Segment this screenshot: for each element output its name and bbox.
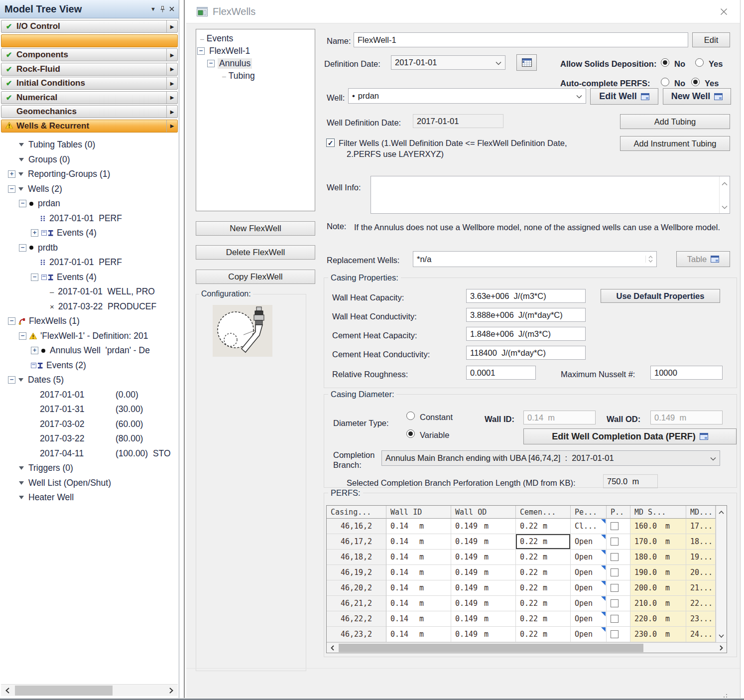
table-row[interactable]: 46,23,20.14m0.149m0.22mOpen230.0m24...: [327, 627, 727, 642]
flexwell-tree-item-tubing[interactable]: –Tubing: [196, 70, 315, 82]
scroll-left-icon[interactable]: [1, 685, 14, 697]
tree-item-triggers-0[interactable]: Triggers (0): [2, 461, 178, 476]
perfs-cell-casing[interactable]: 46,20,2: [327, 580, 386, 596]
cement-heat-capacity-input[interactable]: 1.848e+006 J/(m3*C): [466, 327, 586, 341]
tree-item-well-list-open-shut[interactable]: Well List (Open/Shut): [2, 476, 178, 491]
edit-well-completion-data-button[interactable]: Edit Well Completion Data (PERF): [523, 428, 737, 444]
tree-item-tubing-tables-0[interactable]: Tubing Tables (0): [2, 138, 178, 152]
perfs-cell-md-end[interactable]: 20...: [686, 565, 716, 580]
filter-wells-checkbox[interactable]: ✓: [326, 139, 335, 147]
perfs-cell-check[interactable]: [607, 534, 630, 550]
perfs-cell-md-start[interactable]: 220.0m: [630, 611, 686, 627]
table-button[interactable]: Table: [676, 251, 730, 267]
section-expand-arrow-icon[interactable]: ▶: [166, 63, 177, 75]
perfs-cell-md-end[interactable]: 18...: [686, 534, 716, 550]
perfs-column-header[interactable]: MD...: [686, 506, 716, 519]
flexwell-tree-item-events[interactable]: –Events: [196, 32, 315, 45]
checkbox-icon[interactable]: [611, 599, 619, 607]
name-input[interactable]: FlexWell-1: [354, 32, 688, 47]
expander-minus-icon[interactable]: −: [19, 332, 26, 340]
perfs-column-header[interactable]: Casing...: [327, 506, 386, 519]
completion-branch-select[interactable]: Annulus Main Branch ending with UBA [46,…: [381, 450, 720, 466]
scroll-right-icon[interactable]: [716, 643, 727, 653]
expander-minus-icon[interactable]: −: [197, 47, 205, 55]
spinner-icon[interactable]: [645, 256, 653, 263]
checkbox-icon[interactable]: [611, 553, 619, 561]
perfs-column-header[interactable]: Wall OD: [451, 506, 516, 519]
add-tubing-button[interactable]: Add Tubing: [620, 114, 730, 129]
add-instrument-tubing-button[interactable]: Add Instrument Tubing: [620, 136, 730, 151]
tree-item-2017-01-31[interactable]: 2017-01-31(30.00): [2, 402, 178, 417]
table-row[interactable]: 46,16,20.14m0.149m0.22mCl...160.0m17...: [327, 519, 727, 534]
copy-flexwell-button[interactable]: Copy FlexWell: [196, 270, 315, 284]
sidebar-section-numerical[interactable]: ✔Numerical▶: [1, 91, 178, 104]
use-default-properties-button[interactable]: Use Default Properties: [601, 289, 720, 303]
perfs-cell-perf-status[interactable]: Open: [571, 611, 607, 627]
perfs-cell-wall-id[interactable]: 0.14m: [386, 534, 451, 550]
tree-item-2017-01-01-perf[interactable]: 2017-01-01 PERF: [2, 211, 178, 226]
sidebar-section-i-o-control[interactable]: ✔I/O Control▶: [1, 20, 178, 33]
chevron-down-icon[interactable]: ▼: [150, 6, 156, 12]
tree-item-events-2[interactable]: Events (2): [2, 358, 178, 373]
table-row[interactable]: 46,19,20.14m0.149m0.22mOpen190.0m20...: [327, 565, 727, 580]
expander-minus-icon[interactable]: −: [19, 200, 26, 207]
perfs-cell-wall-od[interactable]: 0.149m: [451, 596, 516, 611]
perfs-cell-md-end[interactable]: 21...: [686, 580, 716, 596]
wall-heat-capacity-input[interactable]: 3.63e+006 J/(m3*C): [466, 289, 586, 303]
perfs-cell-check[interactable]: [607, 580, 630, 596]
checkbox-icon[interactable]: [611, 630, 619, 638]
perfs-cell-wall-od[interactable]: 0.149m: [451, 627, 516, 642]
perfs-cell-perf-status[interactable]: Open: [571, 565, 607, 580]
tree-item-2017-01-01[interactable]: 2017-01-01(0.00): [2, 388, 178, 403]
perfs-cell-check[interactable]: [607, 627, 630, 642]
table-row[interactable]: 46,22,20.14m0.149m0.22mOpen220.0m23...: [327, 611, 727, 627]
tree-item-wells-2[interactable]: −Wells (2): [2, 182, 178, 197]
tree-item-dates-5[interactable]: −Dates (5): [2, 373, 178, 388]
expander-plus-icon[interactable]: +: [8, 170, 15, 178]
perfs-cell-casing[interactable]: 46,18,2: [327, 550, 386, 565]
tree-item-heater-well[interactable]: Heater Well: [2, 490, 178, 505]
table-row[interactable]: 46,20,20.14m0.149m0.22mOpen200.0m21...: [327, 580, 727, 596]
cement-heat-conductivity-input[interactable]: 118400 J/(m*day*C): [466, 346, 586, 360]
sidebar-section-empty[interactable]: [1, 34, 178, 47]
perfs-cell-cement[interactable]: 0.22m: [516, 596, 571, 611]
expander-minus-icon[interactable]: −: [8, 376, 15, 384]
checkbox-icon[interactable]: [611, 615, 619, 623]
perfs-cell-cement[interactable]: 0.22m: [516, 565, 571, 580]
relative-roughness-input[interactable]: 0.0001: [466, 366, 536, 380]
diameter-constant-radio[interactable]: [406, 412, 415, 420]
scroll-down-icon[interactable]: [722, 202, 728, 211]
perfs-cell-wall-id[interactable]: 0.14m: [386, 519, 451, 534]
edit-button[interactable]: Edit: [692, 32, 730, 47]
perfs-vertical-scrollbar[interactable]: [716, 506, 727, 642]
perfs-cell-perf-status[interactable]: Open: [571, 596, 607, 611]
perfs-cell-perf-status[interactable]: Open: [571, 550, 607, 565]
well-select[interactable]: • prdan: [348, 88, 586, 104]
tree-item-events-4[interactable]: −Events (4): [2, 270, 178, 285]
perfs-cell-md-end[interactable]: 23...: [686, 611, 716, 627]
perfs-cell-md-start[interactable]: 180.0m: [630, 550, 686, 565]
wall-heat-conductivity-input[interactable]: 3.888e+006 J/(m*day*C): [466, 308, 586, 322]
perfs-cell-check[interactable]: [607, 550, 630, 565]
sidebar-section-wells-recurrent[interactable]: Wells & Recurrent▶: [1, 120, 178, 133]
panel-splitter[interactable]: [184, 0, 185, 698]
delete-flexwell-button[interactable]: Delete FlexWell: [196, 245, 315, 260]
perfs-cell-wall-id[interactable]: 0.14m: [386, 627, 451, 642]
perfs-cell-casing[interactable]: 46,16,2: [327, 519, 386, 534]
perfs-cell-casing[interactable]: 46,19,2: [327, 565, 386, 580]
perfs-cell-check[interactable]: [607, 565, 630, 580]
perfs-cell-perf-status[interactable]: Open: [571, 534, 607, 550]
section-expand-arrow-icon[interactable]: ▶: [166, 49, 177, 61]
scroll-left-icon[interactable]: [327, 643, 338, 653]
scrollbar-thumb[interactable]: [15, 686, 113, 696]
checkbox-icon[interactable]: [611, 538, 619, 546]
perfs-column-header[interactable]: Wall ID: [386, 506, 451, 519]
perfs-cell-casing[interactable]: 46,17,2: [327, 534, 386, 550]
expander-minus-icon[interactable]: −: [8, 317, 15, 325]
well-info-scrollbar[interactable]: [719, 176, 730, 213]
edit-well-button[interactable]: Edit Well: [590, 88, 658, 105]
sidebar-section-geomechanics[interactable]: Geomechanics▶: [1, 105, 178, 118]
well-info-textarea[interactable]: [371, 176, 730, 214]
expander-minus-icon[interactable]: −: [207, 60, 215, 67]
sidebar-section-initial-conditions[interactable]: ✔Initial Conditions▶: [1, 77, 178, 90]
